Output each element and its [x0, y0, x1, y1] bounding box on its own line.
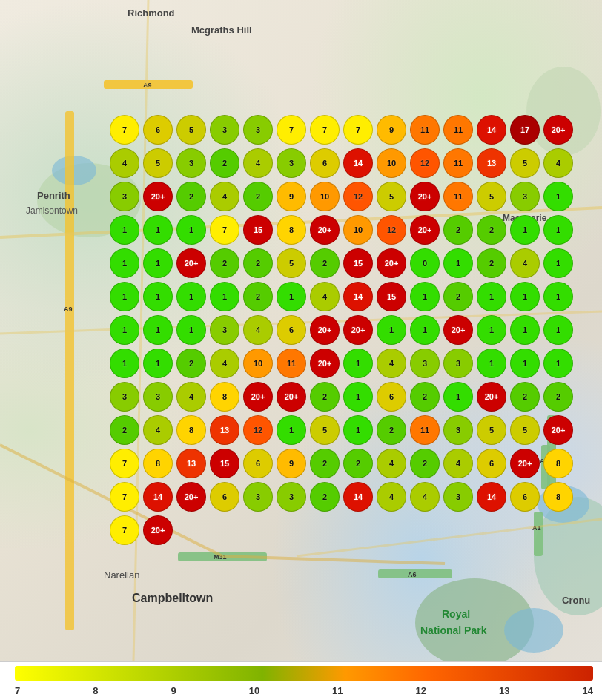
bubble-cell[interactable]: 2	[210, 148, 239, 178]
bubble-cell[interactable]: 4	[110, 148, 139, 178]
bubble-cell[interactable]: 20+	[410, 182, 440, 211]
bubble-cell[interactable]: 20+	[477, 382, 506, 412]
bubble-cell[interactable]: 2	[176, 182, 206, 211]
bubble-cell[interactable]: 7	[110, 115, 139, 145]
bubble-cell[interactable]: 5	[510, 148, 540, 178]
bubble-cell[interactable]: 15	[210, 449, 239, 478]
bubble-cell[interactable]: 3	[443, 349, 473, 378]
bubble-cell[interactable]: 14	[343, 148, 373, 178]
bubble-cell[interactable]: 3	[210, 315, 239, 345]
bubble-cell[interactable]: 17	[510, 115, 540, 145]
bubble-cell[interactable]: 20+	[143, 515, 173, 545]
bubble-cell[interactable]: 4	[210, 182, 239, 211]
bubble-cell[interactable]: 4	[443, 449, 473, 478]
bubble-cell[interactable]: 12	[243, 415, 273, 445]
bubble-cell[interactable]: 1	[477, 315, 506, 345]
bubble-cell[interactable]: 12	[377, 215, 406, 245]
bubble-cell[interactable]: 7	[110, 482, 139, 512]
bubble-cell[interactable]: 3	[510, 182, 540, 211]
bubble-cell[interactable]: 2	[243, 282, 273, 311]
bubble-cell[interactable]: 1	[477, 349, 506, 378]
bubble-cell[interactable]: 3	[443, 415, 473, 445]
bubble-cell[interactable]: 13	[477, 148, 506, 178]
bubble-cell[interactable]: 6	[477, 449, 506, 478]
bubble-cell[interactable]: 8	[277, 215, 306, 245]
bubble-cell[interactable]: 2	[210, 248, 239, 278]
bubble-cell[interactable]: 4	[377, 449, 406, 478]
bubble-cell[interactable]: 4	[310, 282, 340, 311]
bubble-cell[interactable]: 1	[543, 282, 573, 311]
bubble-cell[interactable]: 1	[110, 282, 139, 311]
bubble-cell[interactable]: 2	[510, 382, 540, 412]
bubble-cell[interactable]: 3	[243, 115, 273, 145]
bubble-cell[interactable]: 5	[277, 248, 306, 278]
bubble-cell[interactable]: 2	[110, 415, 139, 445]
bubble-cell[interactable]: 2	[243, 248, 273, 278]
bubble-cell[interactable]: 5	[477, 182, 506, 211]
bubble-cell[interactable]: 2	[243, 182, 273, 211]
bubble-cell[interactable]: 8	[210, 382, 239, 412]
bubble-cell[interactable]: 6	[277, 315, 306, 345]
bubble-cell[interactable]: 1	[343, 382, 373, 412]
bubble-cell[interactable]: 2	[477, 248, 506, 278]
bubble-cell[interactable]: 2	[410, 449, 440, 478]
bubble-cell[interactable]: 2	[443, 282, 473, 311]
bubble-cell[interactable]: 1	[143, 315, 173, 345]
bubble-cell[interactable]: 3	[110, 182, 139, 211]
bubble-cell[interactable]: 4	[143, 415, 173, 445]
bubble-cell[interactable]: 1	[443, 382, 473, 412]
bubble-cell[interactable]: 11	[443, 182, 473, 211]
bubble-cell[interactable]: 2	[310, 482, 340, 512]
bubble-cell[interactable]: 1	[543, 315, 573, 345]
bubble-cell[interactable]: 2	[477, 215, 506, 245]
bubble-cell[interactable]: 4	[410, 482, 440, 512]
bubble-cell[interactable]: 10	[343, 215, 373, 245]
bubble-cell[interactable]: 1	[176, 215, 206, 245]
bubble-cell[interactable]: 9	[277, 449, 306, 478]
bubble-cell[interactable]: 4	[377, 349, 406, 378]
bubble-cell[interactable]: 14	[477, 115, 506, 145]
bubble-cell[interactable]: 14	[477, 482, 506, 512]
bubble-cell[interactable]: 7	[110, 515, 139, 545]
bubble-cell[interactable]: 3	[443, 482, 473, 512]
bubble-cell[interactable]: 10	[243, 349, 273, 378]
bubble-cell[interactable]: 3	[210, 115, 239, 145]
bubble-cell[interactable]: 3	[243, 482, 273, 512]
bubble-cell[interactable]: 11	[410, 115, 440, 145]
bubble-cell[interactable]: 1	[477, 282, 506, 311]
bubble-cell[interactable]: 13	[210, 415, 239, 445]
bubble-cell[interactable]: 3	[110, 382, 139, 412]
bubble-cell[interactable]: 1	[543, 215, 573, 245]
bubble-cell[interactable]: 1	[143, 282, 173, 311]
bubble-cell[interactable]: 14	[143, 482, 173, 512]
bubble-cell[interactable]: 20+	[377, 248, 406, 278]
bubble-cell[interactable]: 11	[443, 148, 473, 178]
bubble-cell[interactable]: 5	[377, 182, 406, 211]
bubble-cell[interactable]: 3	[277, 148, 306, 178]
bubble-cell[interactable]: 2	[410, 382, 440, 412]
bubble-cell[interactable]: 10	[377, 148, 406, 178]
bubble-cell[interactable]: 7	[277, 115, 306, 145]
bubble-cell[interactable]: 5	[143, 148, 173, 178]
bubble-cell[interactable]: 6	[243, 449, 273, 478]
bubble-cell[interactable]: 15	[343, 248, 373, 278]
bubble-cell[interactable]: 2	[343, 449, 373, 478]
bubble-cell[interactable]: 20+	[310, 215, 340, 245]
bubble-cell[interactable]: 1	[277, 282, 306, 311]
bubble-cell[interactable]: 2	[310, 449, 340, 478]
bubble-cell[interactable]: 6	[377, 382, 406, 412]
bubble-cell[interactable]: 5	[477, 415, 506, 445]
bubble-cell[interactable]: 1	[143, 248, 173, 278]
bubble-cell[interactable]: 4	[243, 148, 273, 178]
bubble-cell[interactable]: 1	[510, 349, 540, 378]
bubble-cell[interactable]: 1	[110, 349, 139, 378]
bubble-cell[interactable]: 1	[176, 315, 206, 345]
bubble-cell[interactable]: 1	[210, 282, 239, 311]
bubble-cell[interactable]: 7	[110, 449, 139, 478]
bubble-cell[interactable]: 8	[143, 449, 173, 478]
bubble-cell[interactable]: 20+	[143, 182, 173, 211]
bubble-cell[interactable]: 15	[377, 282, 406, 311]
bubble-cell[interactable]: 5	[310, 415, 340, 445]
bubble-cell[interactable]: 2	[310, 382, 340, 412]
bubble-cell[interactable]: 20+	[176, 248, 206, 278]
